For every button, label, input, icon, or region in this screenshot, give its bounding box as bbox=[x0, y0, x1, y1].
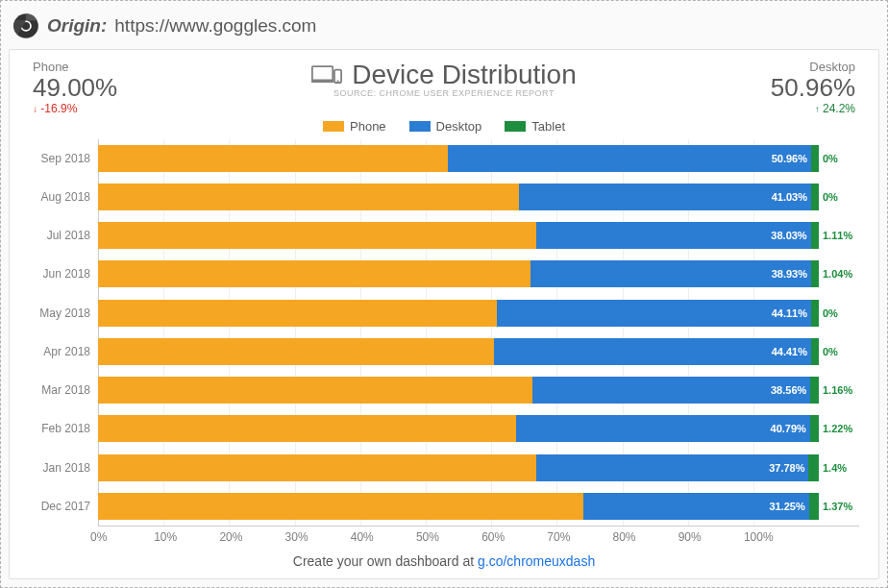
bar-track: 60.83%38.03% bbox=[98, 222, 819, 249]
bar-segment-tablet bbox=[810, 377, 819, 404]
bar-track: 67.33%31.25% bbox=[98, 493, 819, 520]
bar-segment-desktop: 44.41% bbox=[494, 338, 811, 365]
y-axis: Sep 2018Aug 2018Jul 2018Jun 2018May 2018… bbox=[29, 139, 98, 526]
tablet-value-label: 0% bbox=[819, 153, 859, 164]
tablet-value-label: 1.4% bbox=[819, 462, 859, 474]
legend-tablet: Tablet bbox=[505, 119, 565, 134]
bar-segment-tablet bbox=[811, 338, 819, 365]
y-axis-label: Mar 2018 bbox=[29, 371, 98, 409]
summary-phone-value: 49.00% bbox=[33, 74, 117, 102]
y-axis-label: Sep 2018 bbox=[29, 139, 98, 178]
bar-segment-desktop: 41.03% bbox=[519, 184, 811, 210]
legend-desktop: Desktop bbox=[409, 119, 482, 134]
x-axis-label: 20% bbox=[219, 530, 284, 544]
bar-track: 55.83%44.11% bbox=[98, 300, 819, 327]
bar-segment-phone: 55.56% bbox=[98, 338, 494, 365]
footer-link[interactable]: g.co/chromeuxdash bbox=[478, 553, 595, 569]
svg-rect-3 bbox=[312, 66, 333, 80]
devices-icon bbox=[311, 64, 342, 86]
bar-segment-tablet bbox=[808, 454, 819, 481]
bar-row: 60%38.93%1.04% bbox=[98, 255, 859, 293]
bar-segment-tablet bbox=[811, 300, 819, 327]
bar-row: 49%50.96%0% bbox=[98, 139, 859, 178]
footer-text: Create your own dashboard at bbox=[293, 553, 478, 569]
x-axis-label: 60% bbox=[481, 530, 547, 544]
bar-segment-desktop: 44.11% bbox=[497, 300, 812, 327]
bar-row: 60.2%38.56%1.16% bbox=[98, 371, 859, 409]
bar-segment-desktop: 38.03% bbox=[536, 222, 810, 249]
chart-card: Device Distribution SOURCE: CHROME USER … bbox=[9, 49, 879, 579]
x-axis-label: 70% bbox=[547, 530, 612, 544]
bar-segment-phone: 60.83% bbox=[98, 222, 536, 249]
bar-segment-phone: 60.2% bbox=[98, 377, 532, 404]
y-axis-label: Apr 2018 bbox=[29, 332, 98, 371]
chrome-icon bbox=[12, 12, 39, 39]
swatch-phone bbox=[323, 121, 344, 132]
bar-row: 60.83%38.03%1.11% bbox=[98, 216, 859, 255]
summary-desktop: Desktop 50.96% ↑ 24.2% bbox=[771, 60, 855, 115]
bar-segment-phone: 55.83% bbox=[98, 300, 497, 327]
bar-row: 60.74%37.78%1.4% bbox=[98, 448, 859, 486]
y-axis-label: Aug 2018 bbox=[29, 178, 98, 216]
svg-rect-4 bbox=[311, 80, 333, 83]
x-axis-label: 100% bbox=[744, 530, 809, 544]
bar-segment-phone: 49% bbox=[98, 145, 448, 172]
bar-row: 55.56%44.41%0% bbox=[98, 332, 859, 371]
arrow-up-icon: ↑ bbox=[815, 104, 820, 114]
summary-phone-label: Phone bbox=[33, 60, 117, 74]
y-axis-label: Jan 2018 bbox=[29, 448, 98, 486]
x-axis-label: 0% bbox=[90, 530, 156, 544]
title-row: Device Distribution bbox=[29, 60, 859, 90]
summary-phone-delta: ↓ -16.9% bbox=[33, 102, 117, 115]
plot: 49%50.96%0%58.97%41.03%0%60.83%38.03%1.1… bbox=[98, 139, 859, 526]
y-axis-label: Dec 2017 bbox=[29, 487, 98, 526]
chart-area: Sep 2018Aug 2018Jul 2018Jun 2018May 2018… bbox=[29, 139, 859, 526]
summary-desktop-value: 50.96% bbox=[771, 74, 855, 102]
tablet-value-label: 1.16% bbox=[819, 384, 859, 396]
bar-segment-desktop: 40.79% bbox=[516, 415, 810, 442]
bar-row: 57.96%40.79%1.22% bbox=[98, 409, 859, 448]
bar-segment-desktop: 37.78% bbox=[536, 454, 809, 481]
summary-phone: Phone 49.00% ↓ -16.9% bbox=[33, 60, 117, 115]
dashboard-frame: Origin: https://www.goggles.com Device D… bbox=[0, 0, 888, 588]
bar-row: 58.97%41.03%0% bbox=[98, 178, 859, 216]
bar-segment-tablet bbox=[810, 415, 819, 442]
bar-segment-tablet bbox=[811, 222, 819, 249]
bars: 49%50.96%0%58.97%41.03%0%60.83%38.03%1.1… bbox=[98, 139, 859, 526]
arrow-down-icon: ↓ bbox=[33, 104, 37, 114]
chart-title: Device Distribution bbox=[352, 60, 576, 90]
x-axis-label: 30% bbox=[285, 530, 351, 544]
bar-segment-tablet bbox=[811, 184, 819, 210]
tablet-value-label: 1.22% bbox=[819, 423, 859, 434]
bar-segment-tablet bbox=[811, 145, 819, 172]
bar-track: 60.2%38.56% bbox=[98, 377, 819, 404]
bar-track: 57.96%40.79% bbox=[98, 415, 819, 442]
tablet-value-label: 1.04% bbox=[819, 268, 859, 280]
summary-desktop-delta: ↑ 24.2% bbox=[771, 102, 855, 115]
x-axis: 0%10%20%30%40%50%60%70%80%90%100% bbox=[98, 526, 859, 544]
y-axis-label: Jul 2018 bbox=[29, 216, 98, 255]
y-axis-label: May 2018 bbox=[29, 294, 98, 332]
x-axis-label: 10% bbox=[154, 530, 219, 544]
bar-segment-phone: 67.33% bbox=[98, 493, 583, 520]
origin-row: Origin: https://www.goggles.com bbox=[9, 5, 879, 49]
swatch-tablet bbox=[505, 121, 526, 132]
x-axis-label: 50% bbox=[416, 530, 481, 544]
bar-row: 67.33%31.25%1.37% bbox=[98, 487, 859, 526]
footer: Create your own dashboard at g.co/chrome… bbox=[29, 544, 859, 569]
bar-segment-desktop: 38.56% bbox=[532, 377, 810, 404]
x-axis-label: 40% bbox=[351, 530, 416, 544]
legend-phone: Phone bbox=[323, 119, 386, 134]
svg-rect-6 bbox=[337, 80, 339, 81]
bar-segment-phone: 58.97% bbox=[98, 184, 519, 210]
chart-subtitle: SOURCE: CHROME USER EXPERIENCE REPORT bbox=[29, 88, 859, 98]
y-axis-label: Feb 2018 bbox=[29, 409, 98, 448]
bar-track: 60.74%37.78% bbox=[98, 454, 819, 481]
tablet-value-label: 1.11% bbox=[819, 230, 859, 241]
bar-row: 55.83%44.11%0% bbox=[98, 294, 859, 332]
bar-track: 55.56%44.41% bbox=[98, 338, 819, 365]
tablet-value-label: 0% bbox=[819, 346, 859, 357]
origin-url: https://www.goggles.com bbox=[114, 15, 316, 37]
tablet-value-label: 0% bbox=[819, 191, 859, 203]
bar-segment-tablet bbox=[809, 493, 819, 520]
